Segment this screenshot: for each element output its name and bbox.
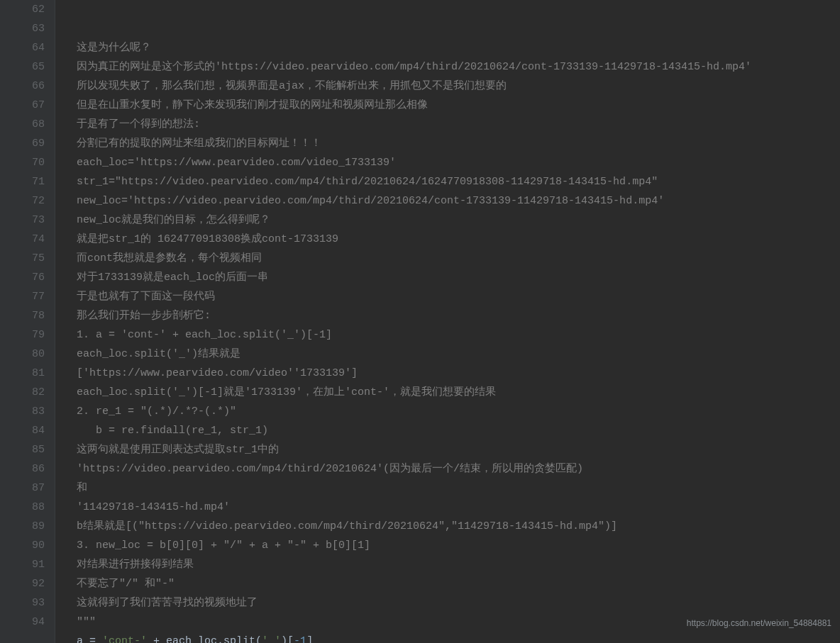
- line-number: 78: [0, 306, 45, 325]
- code-line[interactable]: 对于1733139就是each_loc的后面一串: [77, 268, 840, 287]
- comment-text: 那么我们开始一步步剖析它:: [77, 310, 211, 322]
- comment-text: 和: [77, 482, 87, 494]
- code-token: )[: [281, 635, 294, 643]
- line-number: 75: [0, 249, 45, 268]
- code-line[interactable]: 这是为什么呢？: [77, 38, 840, 57]
- code-line[interactable]: each_loc.split('_')[-1]就是'1733139'，在加上'c…: [77, 383, 840, 402]
- code-line[interactable]: """: [77, 613, 840, 632]
- code-line[interactable]: 那么我们开始一步步剖析它:: [77, 306, 840, 325]
- comment-text: '11429718-143415-hd.mp4': [77, 501, 230, 513]
- comment-text: 就是把str_1的 1624770918308换成cont-1733139: [77, 233, 338, 245]
- line-number: 90: [0, 536, 45, 555]
- line-number-gutter: 6263646566676869707172737475767778798081…: [0, 0, 55, 643]
- code-line[interactable]: 而cont我想就是参数名，每个视频相同: [77, 249, 840, 268]
- line-number: 77: [0, 287, 45, 306]
- code-line[interactable]: 这两句就是使用正则表达式提取str_1中的: [77, 440, 840, 459]
- line-number: 79: [0, 325, 45, 345]
- line-number: 64: [0, 38, 45, 57]
- comment-text: 而cont我想就是参数名，每个视频相同: [77, 252, 262, 264]
- comment-text: 对结果进行拼接得到结果: [77, 559, 194, 571]
- comment-text: b = re.findall(re_1, str_1): [77, 425, 268, 437]
- code-line[interactable]: each_loc='https://www.pearvideo.com/vide…: [77, 153, 840, 172]
- line-number: 93: [0, 593, 45, 613]
- code-token: + each_loc.split(: [147, 635, 262, 643]
- line-number: 74: [0, 230, 45, 249]
- code-line[interactable]: 于是也就有了下面这一段代码: [77, 287, 840, 306]
- comment-text: each_loc.split('_')[-1]就是'1733139'，在加上'c…: [77, 386, 496, 398]
- comment-text: 1. a = 'cont-' + each_loc.split('_')[-1]: [77, 329, 332, 341]
- comment-text: ['https://www.pearvideo.com/video''17331…: [77, 367, 358, 379]
- comment-text: 这是为什么呢？: [77, 42, 151, 54]
- code-line[interactable]: a = 'cont-' + each_loc.split('_')[-1]: [77, 632, 840, 643]
- code-token: 'cont-': [102, 635, 147, 643]
- comment-text: 不要忘了"/" 和"-": [77, 578, 175, 590]
- code-line[interactable]: b = re.findall(re_1, str_1): [77, 421, 840, 440]
- line-number: 80: [0, 345, 45, 364]
- comment-text: 分割已有的提取的网址来组成我们的目标网址！！！: [77, 138, 321, 150]
- comment-text: 这就得到了我们苦苦寻找的视频地址了: [77, 597, 258, 609]
- line-number: 88: [0, 498, 45, 517]
- code-line[interactable]: 对结果进行拼接得到结果: [77, 555, 840, 574]
- line-number: 68: [0, 115, 45, 134]
- comment-text: each_loc.split('_')结果就是: [77, 348, 241, 360]
- code-line[interactable]: 2. re_1 = "(.*)/.*?-(.*)": [77, 402, 840, 421]
- line-number: 66: [0, 77, 45, 96]
- code-editor: 6263646566676869707172737475767778798081…: [0, 0, 840, 643]
- code-line[interactable]: 和: [77, 479, 840, 498]
- comment-text: 于是也就有了下面这一段代码: [77, 291, 215, 303]
- line-number: 70: [0, 153, 45, 172]
- comment-text: 所以发现失败了，那么我们想，视频界面是ajax，不能解析出来，用抓包又不是我们想…: [77, 80, 507, 92]
- code-line[interactable]: 分割已有的提取的网址来组成我们的目标网址！！！: [77, 134, 840, 153]
- code-line[interactable]: 所以发现失败了，那么我们想，视频界面是ajax，不能解析出来，用抓包又不是我们想…: [77, 77, 840, 96]
- comment-text: 3. new_loc = b[0][0] + "/" + a + "-" + b…: [77, 539, 370, 552]
- line-number: 86: [0, 459, 45, 479]
- comment-text: each_loc='https://www.pearvideo.com/vide…: [77, 157, 396, 169]
- code-line[interactable]: new_loc='https://video.pearvideo.com/mp4…: [77, 191, 840, 211]
- line-number: 92: [0, 574, 45, 593]
- code-line[interactable]: new_loc就是我们的目标，怎么得到呢？: [77, 211, 840, 230]
- code-line[interactable]: 3. new_loc = b[0][0] + "/" + a + "-" + b…: [77, 536, 840, 555]
- line-number: 76: [0, 268, 45, 287]
- code-line[interactable]: 'https://video.pearvideo.com/mp4/third/2…: [77, 459, 840, 479]
- line-number: 87: [0, 479, 45, 498]
- line-number: 62: [0, 0, 45, 19]
- code-token: ]: [306, 635, 313, 643]
- line-number: 85: [0, 440, 45, 459]
- comment-text: 'https://video.pearvideo.com/mp4/third/2…: [77, 463, 583, 475]
- code-line[interactable]: ['https://www.pearvideo.com/video''17331…: [77, 364, 840, 383]
- line-number: 69: [0, 134, 45, 153]
- line-number: 73: [0, 211, 45, 230]
- line-number: 81: [0, 364, 45, 383]
- code-line[interactable]: 就是把str_1的 1624770918308换成cont-1733139: [77, 230, 840, 249]
- comment-text: 但是在山重水复时，静下心来发现我们刚才提取的网址和视频网址那么相像: [77, 99, 428, 111]
- comment-text: 2. re_1 = "(.*)/.*?-(.*)": [77, 406, 236, 418]
- code-line[interactable]: '11429718-143415-hd.mp4': [77, 498, 840, 517]
- line-number: 63: [0, 19, 45, 38]
- comment-text: """: [77, 616, 96, 628]
- line-number: 91: [0, 555, 45, 574]
- comment-text: b结果就是[("https://video.pearvideo.com/mp4/…: [77, 520, 617, 532]
- code-line[interactable]: 于是有了一个得到的想法:: [77, 115, 840, 134]
- line-number: 89: [0, 517, 45, 536]
- comment-text: 这两句就是使用正则表达式提取str_1中的: [77, 444, 279, 456]
- code-line[interactable]: 不要忘了"/" 和"-": [77, 574, 840, 593]
- comment-text: 于是有了一个得到的想法:: [77, 118, 200, 130]
- code-token: -1: [294, 635, 306, 643]
- code-line[interactable]: 但是在山重水复时，静下心来发现我们刚才提取的网址和视频网址那么相像: [77, 96, 840, 115]
- code-line[interactable]: each_loc.split('_')结果就是: [77, 345, 840, 364]
- code-line[interactable]: b结果就是[("https://video.pearvideo.com/mp4/…: [77, 517, 840, 536]
- code-token: '_': [262, 635, 281, 643]
- code-line[interactable]: 因为真正的网址是这个形式的'https://video.pearvideo.co…: [77, 57, 840, 77]
- code-token: =: [89, 635, 102, 643]
- line-number: 83: [0, 402, 45, 421]
- code-line[interactable]: str_1="https://video.pearvideo.com/mp4/t…: [77, 172, 840, 191]
- line-number: 72: [0, 191, 45, 211]
- code-line[interactable]: 这就得到了我们苦苦寻找的视频地址了: [77, 593, 840, 613]
- comment-text: 对于1733139就是each_loc的后面一串: [77, 272, 268, 284]
- code-area[interactable]: 这是为什么呢？因为真正的网址是这个形式的'https://video.pearv…: [55, 0, 840, 643]
- line-number: 65: [0, 57, 45, 77]
- line-number: 67: [0, 96, 45, 115]
- code-line[interactable]: 1. a = 'cont-' + each_loc.split('_')[-1]: [77, 325, 840, 345]
- comment-text: new_loc就是我们的目标，怎么得到呢？: [77, 214, 270, 226]
- line-number: 94: [0, 613, 45, 632]
